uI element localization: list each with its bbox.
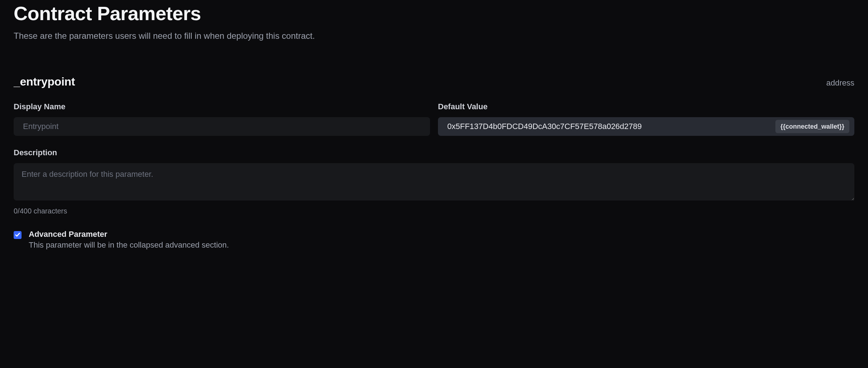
parameter-block: _entrypoint address Display Name Default…	[14, 75, 854, 250]
advanced-parameter-subtitle: This parameter will be in the collapsed …	[29, 240, 229, 250]
description-label: Description	[14, 148, 854, 157]
display-name-input[interactable]	[14, 117, 430, 136]
description-char-count: 0/400 characters	[14, 207, 854, 215]
display-name-label: Display Name	[14, 102, 430, 111]
default-value-label: Default Value	[438, 102, 854, 111]
parameter-header: _entrypoint address	[14, 75, 854, 88]
page-subtitle: These are the parameters users will need…	[14, 31, 854, 41]
parameter-identifier: _entrypoint	[14, 75, 75, 88]
page-title: Contract Parameters	[14, 2, 854, 24]
description-textarea[interactable]	[14, 163, 854, 201]
check-icon	[15, 232, 20, 239]
connected-wallet-token-chip[interactable]: {{connected_wallet}}	[775, 120, 849, 133]
advanced-parameter-checkbox[interactable]	[14, 231, 22, 239]
advanced-parameter-title: Advanced Parameter	[29, 230, 229, 239]
parameter-type-label: address	[826, 78, 854, 88]
